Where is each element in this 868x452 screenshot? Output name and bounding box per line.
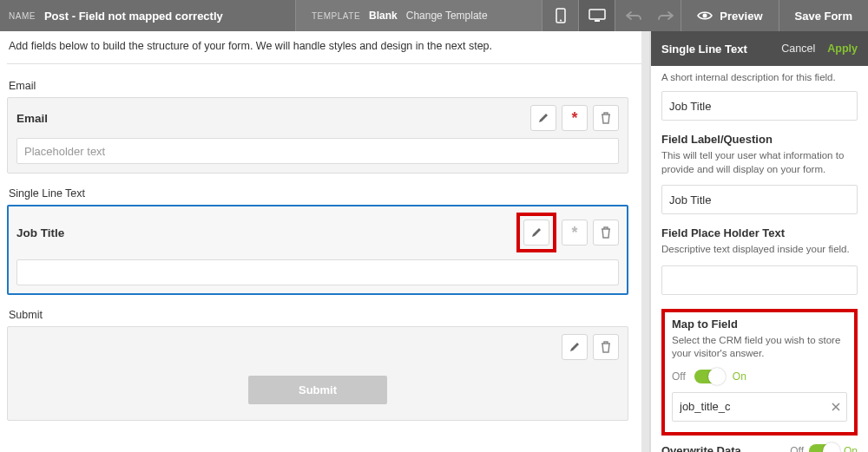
apply-button[interactable]: Apply: [827, 43, 858, 55]
save-form-label: Save Form: [795, 10, 852, 23]
mobile-icon: [556, 8, 566, 23]
top-bar: NAME Post - Field not mapped correctly T…: [0, 0, 868, 31]
form-name-label: NAME: [9, 11, 36, 21]
svg-rect-3: [595, 20, 600, 22]
required-toggle-button[interactable]: *: [562, 219, 588, 246]
form-canvas: Add fields below to build the structure …: [0, 31, 651, 452]
field-type-label-submit: Submit: [9, 309, 628, 321]
clear-map-button[interactable]: [832, 403, 840, 411]
canvas-instructions: Add fields below to build the structure …: [7, 38, 649, 52]
field-card-email[interactable]: Email *: [7, 97, 628, 174]
edit-field-highlight: [516, 213, 556, 252]
form-name-section: NAME Post - Field not mapped correctly: [0, 0, 295, 31]
delete-field-button[interactable]: [593, 219, 619, 246]
template-section: TEMPLATE Blank Change Template: [295, 0, 542, 31]
delete-field-button[interactable]: [593, 334, 619, 360]
preview-button[interactable]: Preview: [681, 0, 778, 31]
pencil-icon: [569, 341, 581, 353]
redo-button[interactable]: [651, 0, 681, 31]
submit-button-preview: Submit: [248, 376, 387, 404]
edit-field-button[interactable]: [562, 334, 588, 360]
map-to-field-title: Map to Field: [672, 318, 847, 331]
svg-point-4: [703, 14, 707, 18]
map-to-field-toggle[interactable]: [694, 370, 724, 383]
required-toggle-button[interactable]: *: [562, 105, 588, 131]
placeholder-hint: Descriptive text displayed inside your f…: [661, 243, 858, 257]
edit-field-button[interactable]: [530, 105, 556, 131]
eye-icon: [697, 10, 713, 21]
desktop-view-button[interactable]: [578, 0, 615, 31]
form-fields-area: Email Email * Singl: [7, 80, 649, 421]
panel-body: A short internal description for this fi…: [651, 66, 868, 452]
map-to-field-input[interactable]: [672, 392, 847, 422]
map-toggle-row: Off On: [672, 370, 847, 383]
mobile-view-button[interactable]: [542, 0, 578, 31]
field-title-job: Job Title: [16, 226, 516, 239]
svg-rect-2: [589, 10, 605, 19]
asterisk-icon: *: [571, 224, 577, 242]
body: Add fields below to build the structure …: [0, 31, 868, 452]
placeholder-title: Field Place Holder Text: [661, 226, 858, 239]
panel-title: Single Line Text: [661, 43, 781, 56]
template-value: Blank: [369, 10, 398, 22]
field-type-label-email: Email: [9, 80, 628, 92]
email-field-input[interactable]: [16, 138, 619, 164]
job-title-field-input[interactable]: [16, 259, 619, 285]
map-to-field-hint: Select the CRM field you wish to store y…: [672, 334, 847, 361]
pencil-icon: [537, 112, 549, 124]
form-name-value[interactable]: Post - Field not mapped correctly: [44, 10, 223, 23]
canvas-scrollbar[interactable]: [641, 31, 649, 452]
toggle-off-label: Off: [672, 370, 686, 383]
x-icon: [832, 403, 840, 411]
field-label-input[interactable]: [661, 185, 858, 214]
undo-icon: [626, 11, 641, 20]
overwrite-toggle[interactable]: [809, 444, 838, 452]
field-card-job-title[interactable]: Job Title *: [7, 205, 628, 295]
field-card-submit[interactable]: Submit: [7, 326, 628, 421]
internal-description-input[interactable]: [661, 91, 858, 121]
placeholder-input[interactable]: [661, 265, 858, 295]
undo-button[interactable]: [615, 0, 651, 31]
save-form-button[interactable]: Save Form: [779, 0, 868, 31]
panel-header: Single Line Text Cancel Apply: [651, 31, 868, 66]
overwrite-title: Overwrite Data: [661, 444, 790, 452]
divider: [7, 63, 649, 64]
asterisk-icon: *: [571, 109, 577, 128]
toggle-on-label: On: [733, 370, 746, 383]
preview-label: Preview: [720, 10, 762, 23]
field-title-email: Email: [16, 112, 530, 125]
toggle-on-label: On: [844, 445, 858, 452]
cancel-button[interactable]: Cancel: [781, 43, 815, 55]
toggle-off-label: Off: [790, 445, 804, 452]
desktop-icon: [589, 9, 606, 23]
trash-icon: [601, 226, 611, 239]
change-template-link[interactable]: Change Template: [406, 10, 488, 22]
field-type-label-slt: Single Line Text: [9, 187, 628, 200]
internal-desc-hint: A short internal description for this fi…: [661, 72, 858, 82]
pencil-icon: [530, 226, 542, 239]
delete-field-button[interactable]: [593, 105, 619, 131]
edit-field-button[interactable]: [523, 219, 549, 246]
field-label-hint: This will tell your user what informatio…: [661, 149, 858, 176]
redo-icon: [658, 11, 674, 20]
field-settings-panel: Single Line Text Cancel Apply A short in…: [651, 31, 868, 452]
trash-icon: [601, 341, 611, 353]
overwrite-row: Overwrite Data Replaces existing data in…: [661, 444, 858, 452]
field-label-title: Field Label/Question: [661, 133, 858, 146]
map-to-field-highlight: Map to Field Select the CRM field you wi…: [661, 309, 858, 436]
template-label: TEMPLATE: [312, 11, 360, 21]
trash-icon: [601, 112, 611, 124]
svg-point-1: [560, 20, 562, 22]
